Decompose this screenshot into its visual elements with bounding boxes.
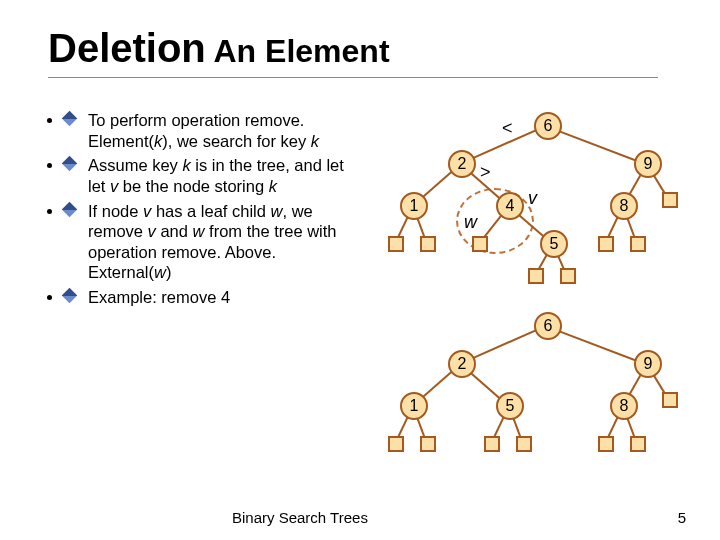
footer-page: 5 <box>678 509 686 526</box>
tree-node: 9 <box>634 150 662 178</box>
tree-label: w <box>464 212 477 233</box>
tree-label: > <box>480 162 491 183</box>
title-main: Deletion <box>48 26 206 70</box>
tree-leaf <box>484 436 500 452</box>
bullet-1: Assume key k is in the tree, and let let… <box>64 155 354 196</box>
tree-leaf <box>630 436 646 452</box>
tree-node: 8 <box>610 392 638 420</box>
tree-node: 1 <box>400 192 428 220</box>
tree-leaf <box>420 436 436 452</box>
title-sub: An Element <box>206 33 390 69</box>
tree-leaf <box>560 268 576 284</box>
bullet-0: To perform operation remove. Element(k),… <box>64 110 354 151</box>
bullet-2: If node v has a leaf child w, we remove … <box>64 201 354 284</box>
tree-label: v <box>528 188 537 209</box>
tree-node: 2 <box>448 350 476 378</box>
tree-node: 6 <box>534 312 562 340</box>
tree-diagram-after: 629158 <box>370 310 700 470</box>
tree-diagram-before: 6291485<>vw <box>370 110 700 290</box>
tree-leaf <box>420 236 436 252</box>
tree-leaf <box>472 236 488 252</box>
tree-node: 5 <box>540 230 568 258</box>
tree-leaf <box>516 436 532 452</box>
tree-leaf <box>662 392 678 408</box>
tree-node: 1 <box>400 392 428 420</box>
slide-title: Deletion An Element <box>48 26 658 78</box>
bullet-list: To perform operation remove. Element(k),… <box>64 110 354 312</box>
footer-title: Binary Search Trees <box>232 509 368 526</box>
tree-edge <box>547 326 648 366</box>
tree-leaf <box>662 192 678 208</box>
tree-leaf <box>388 436 404 452</box>
tree-node: 9 <box>634 350 662 378</box>
tree-node: 5 <box>496 392 524 420</box>
bullet-3: Example: remove 4 <box>64 287 354 308</box>
tree-label: < <box>502 118 513 139</box>
tree-edge <box>547 126 648 166</box>
tree-leaf <box>598 436 614 452</box>
tree-leaf <box>528 268 544 284</box>
tree-node: 2 <box>448 150 476 178</box>
tree-node: 4 <box>496 192 524 220</box>
tree-node: 8 <box>610 192 638 220</box>
tree-leaf <box>630 236 646 252</box>
tree-node: 6 <box>534 112 562 140</box>
tree-leaf <box>598 236 614 252</box>
tree-leaf <box>388 236 404 252</box>
